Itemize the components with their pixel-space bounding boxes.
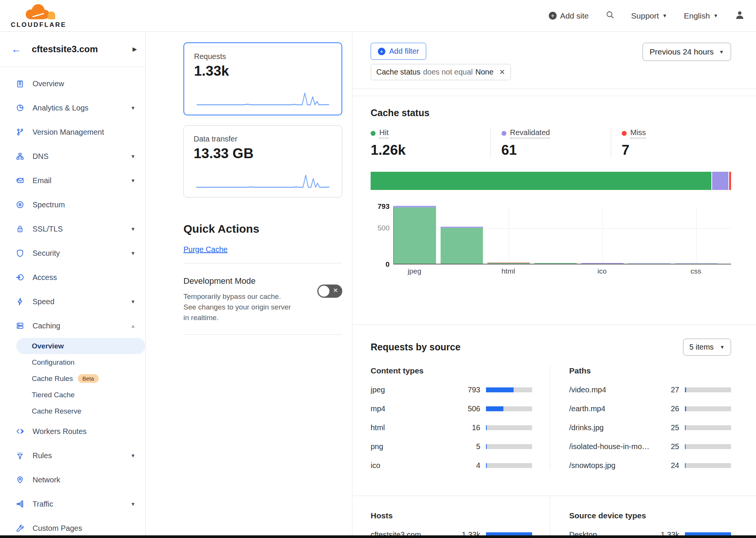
cache-status-chart: 7935000jpeghtmlicocss — [371, 207, 731, 275]
item-bar-fill — [685, 444, 686, 449]
plot-area — [393, 207, 731, 264]
list-item: /snowtops.jpg24 — [569, 461, 731, 470]
item-label[interactable]: /isolated-house-in-mo… — [569, 442, 655, 451]
item-label[interactable]: /snowtops.jpg — [569, 461, 655, 470]
cloudflare-logo[interactable]: CLOUDFLARE — [8, 3, 69, 29]
chart-bar-css[interactable] — [675, 263, 717, 264]
sidebar-item-network[interactable]: Network — [0, 468, 145, 492]
sidebar-item-speed[interactable]: Speed▼ — [0, 289, 145, 314]
sidebar-item-workers-routes[interactable]: Workers Routes — [0, 419, 145, 443]
chart-bar-html[interactable] — [487, 263, 530, 264]
sidebar-subitem-cache-rules[interactable]: Cache RulesBeta — [0, 370, 145, 387]
stat-label[interactable]: Miss — [630, 128, 646, 138]
filter-bar: + Add filter Cache status does not equal… — [352, 32, 756, 89]
stat-label[interactable]: Revalidated — [510, 128, 550, 138]
sidebar-subitem-overview[interactable]: Overview — [16, 338, 145, 354]
sidebar-item-overview[interactable]: Overview — [0, 72, 145, 96]
sidebar-item-caching[interactable]: Caching▲ — [0, 314, 145, 338]
map-pin-icon — [16, 476, 24, 484]
add-site-button[interactable]: + Add site — [549, 11, 589, 20]
chevron-down-icon: ▼ — [130, 501, 135, 507]
sidebar-item-label: DNS — [33, 152, 48, 161]
item-label[interactable]: ico — [371, 461, 456, 470]
search-button[interactable] — [605, 10, 615, 21]
sidebar-subitem-label: Overview — [32, 342, 64, 350]
stat-value: 7 — [622, 142, 723, 158]
data-transfer-sparkline — [194, 173, 332, 190]
sidebar-item-rules[interactable]: Rules▼ — [0, 443, 145, 468]
chart-bar-jpeg[interactable] — [394, 206, 436, 264]
requests-by-source-title: Requests by source — [371, 342, 461, 353]
chart-bar-ico[interactable] — [581, 263, 624, 264]
item-label[interactable]: html — [371, 423, 456, 432]
chevron-down-icon: ▼ — [662, 13, 667, 19]
sidebar-item-label: Network — [33, 476, 60, 484]
sidebar-item-version-management[interactable]: Version Management — [0, 120, 145, 144]
data-transfer-metric-card[interactable]: Data transfer 13.33 GB — [183, 125, 342, 197]
sidebar-subitem-configuration[interactable]: Configuration — [0, 354, 145, 370]
sidebar-subitem-cache-reserve[interactable]: Cache Reserve — [0, 403, 145, 419]
distribution-segment-revalidated — [712, 172, 729, 190]
back-arrow-icon[interactable]: ← — [11, 44, 21, 55]
sidebar-item-ssl-tls[interactable]: SSL/TLS▼ — [0, 217, 145, 241]
item-label[interactable]: png — [371, 442, 456, 451]
chart-bar-png[interactable] — [534, 263, 577, 264]
caret-right-icon[interactable]: ▶ — [132, 46, 137, 53]
gridline — [509, 207, 509, 264]
lock-icon — [16, 225, 24, 233]
sidebar-nav: OverviewAnalytics & Logs▼Version Managem… — [0, 67, 145, 538]
sidebar-item-traffic[interactable]: Traffic▼ — [0, 492, 145, 516]
language-menu[interactable]: English ▼ — [684, 11, 718, 20]
chevron-down-icon: ▼ — [130, 105, 135, 111]
item-bar-fill — [486, 387, 514, 392]
item-label[interactable]: /video.mp4 — [569, 386, 655, 394]
sidebar-item-access[interactable]: Access — [0, 265, 145, 289]
requests-metric-card[interactable]: Requests 1.33k — [183, 42, 342, 115]
remove-filter-icon[interactable]: ✕ — [499, 68, 505, 76]
item-value: 24 — [655, 461, 679, 470]
items-count-dropdown[interactable]: 5 items ▼ — [683, 339, 731, 356]
item-label[interactable]: jpeg — [371, 386, 456, 394]
search-icon — [605, 10, 615, 21]
sidebar-item-analytics-logs[interactable]: Analytics & Logs▼ — [0, 96, 145, 120]
dev-mode-toggle[interactable]: ✕ — [317, 285, 342, 298]
chart-bar-col5[interactable] — [628, 263, 671, 264]
stat-label[interactable]: Hit — [379, 128, 388, 138]
sidebar-subitem-label: Cache Reserve — [32, 407, 81, 415]
sidebar-item-dns[interactable]: DNS▼ — [0, 144, 145, 168]
sidebar-item-label: Analytics & Logs — [33, 104, 88, 112]
sidebar-item-security[interactable]: Security▼ — [0, 241, 145, 265]
hit-dot-icon — [371, 131, 376, 136]
account-button[interactable] — [735, 10, 745, 22]
purge-cache-link[interactable]: Purge Cache — [183, 245, 228, 254]
cache-status-section: Cache status Hit1.26kRevalidated61Miss7 … — [352, 96, 756, 325]
list-item: /drinks.jpg25 — [569, 423, 731, 432]
support-menu[interactable]: Support ▼ — [631, 11, 667, 20]
distribution-segment-miss — [729, 172, 731, 190]
site-selector: ← cftestsite3.com ▶ — [0, 32, 145, 67]
item-label[interactable]: /earth.mp4 — [569, 404, 655, 413]
item-label[interactable]: /drinks.jpg — [569, 423, 655, 432]
item-label[interactable]: mp4 — [371, 404, 456, 413]
sidebar-item-email[interactable]: Email▼ — [0, 168, 145, 193]
item-bar-fill — [685, 463, 686, 468]
sidebar-item-spectrum[interactable]: Spectrum — [0, 193, 145, 217]
chart-bar-mp4[interactable] — [441, 227, 483, 264]
divider — [352, 89, 756, 96]
add-filter-button[interactable]: + Add filter — [371, 43, 426, 60]
distribution-segment-hit — [371, 172, 711, 190]
paths-list: /video.mp427/earth.mp426/drinks.jpg25/is… — [569, 386, 731, 470]
stat-value: 1.26k — [371, 142, 483, 158]
sidebar-subitem-label: Tiered Cache — [32, 391, 75, 399]
filter-value: None — [475, 68, 494, 76]
y-axis-tick: 793 — [371, 202, 390, 211]
time-range-dropdown[interactable]: Previous 24 hours ▼ — [643, 43, 731, 61]
list-item: /earth.mp426 — [569, 404, 731, 413]
sidebar-item-custom-pages[interactable]: Custom Pages — [0, 516, 145, 538]
filter-chip[interactable]: Cache status does not equal None ✕ — [371, 64, 511, 80]
sidebar-subitem-tiered-cache[interactable]: Tiered Cache — [0, 387, 145, 403]
site-name[interactable]: cftestsite3.com — [32, 44, 98, 54]
wrench-icon — [16, 524, 24, 532]
content-types-title: Content types — [371, 366, 532, 375]
filter-operator: does not equal — [423, 68, 473, 76]
